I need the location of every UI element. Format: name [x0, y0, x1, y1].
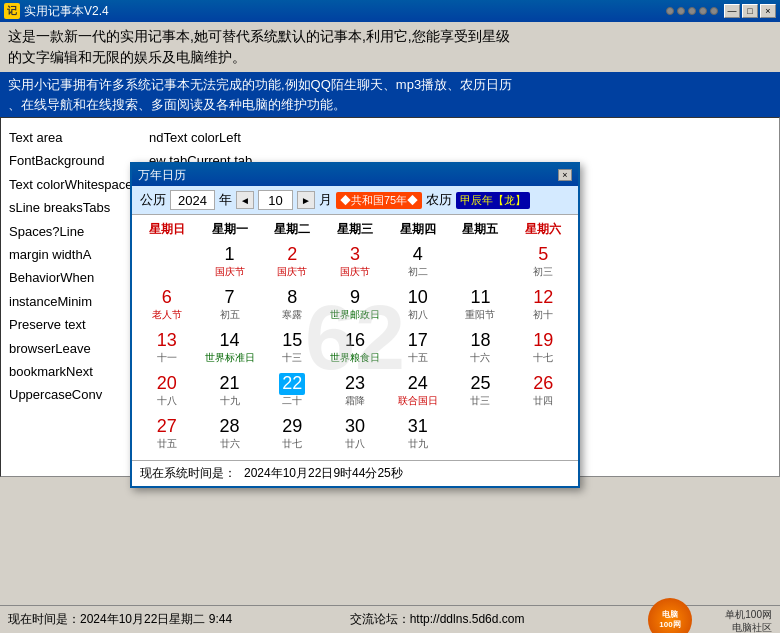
cal-day-19[interactable]: 19 十七 [512, 328, 574, 370]
year-label: 年 [219, 191, 232, 209]
calendar-grid-wrapper: 62 星期日 星期一 星期二 星期三 星期四 星期五 星期六 1 [132, 215, 578, 460]
dot-5 [710, 7, 718, 15]
maximize-button[interactable]: □ [742, 4, 758, 18]
month-input[interactable] [258, 190, 293, 210]
cal-day-empty-1b [450, 242, 512, 284]
calendar-grid: 星期日 星期一 星期二 星期三 星期四 星期五 星期六 1 国庆节 [132, 215, 578, 460]
cal-day-17[interactable]: 17 十五 [387, 328, 449, 370]
weekday-fri: 星期五 [449, 219, 512, 240]
calendar-dialog: 万年日历 × 公历 年 ◄ ► 月 ◆共和国75年◆ 农历 甲辰年【龙】 62 … [130, 162, 580, 488]
cal-day-1[interactable]: 1 国庆节 [199, 242, 261, 284]
dot-1 [666, 7, 674, 15]
app-body: 这是一款新一代的实用记事本,她可替代系统默认的记事本,利用它,您能享受到星级 的… [0, 22, 780, 633]
cal-day-21[interactable]: 21 十九 [199, 371, 261, 413]
dot-4 [699, 7, 707, 15]
calendar-header: 公历 年 ◄ ► 月 ◆共和国75年◆ 农历 甲辰年【龙】 [132, 186, 578, 215]
month-next-btn[interactable]: ► [297, 191, 315, 209]
cal-day-28[interactable]: 28 廿六 [199, 414, 261, 456]
textarea-left: Text area FontBackground Text colorWhite… [5, 122, 145, 477]
dot-2 [677, 7, 685, 15]
weekday-headers: 星期日 星期一 星期二 星期三 星期四 星期五 星期六 [136, 219, 574, 240]
weekday-mon: 星期一 [199, 219, 262, 240]
cal-day-16[interactable]: 16 世界粮食日 [324, 328, 386, 370]
weekday-tue: 星期二 [261, 219, 324, 240]
calendar-days: 1 国庆节 2 国庆节 3 国庆节 4 初二 [136, 242, 574, 456]
cal-day-11[interactable]: 11 重阳节 [450, 285, 512, 327]
cal-day-3[interactable]: 3 国庆节 [324, 242, 386, 284]
title-dots [666, 7, 718, 15]
calendar-titlebar: 万年日历 × [132, 164, 578, 186]
logo-circle: 电脑100网 [648, 598, 692, 634]
weekday-sat: 星期六 [511, 219, 574, 240]
title-bar: 记 实用记事本V2.4 — □ × [0, 0, 780, 22]
status-bar: 现在时间是：2024年10月22日星期二 9:44 交流论坛：http://dd… [0, 605, 780, 633]
intro-line2: 的文字编辑和无限的娱乐及电脑维护。 [8, 47, 772, 68]
highlight-line2: 、在线导航和在线搜索、多面阅读及各种电脑的维护功能。 [8, 95, 772, 115]
cal-day-29[interactable]: 29 廿七 [261, 414, 323, 456]
minimize-button[interactable]: — [724, 4, 740, 18]
intro-line1: 这是一款新一代的实用记事本,她可替代系统默认的记事本,利用它,您能享受到星级 [8, 26, 772, 47]
calendar-footer: 现在系统时间是： 2024年10月22日9时44分25秒 [132, 460, 578, 486]
cal-day-24[interactable]: 24 联合国日 [387, 371, 449, 413]
footer-label: 现在系统时间是： [140, 465, 236, 482]
cal-day-22[interactable]: 22 二十 [261, 371, 323, 413]
app-icon: 记 [4, 3, 20, 19]
holiday-badge: ◆共和国75年◆ [336, 192, 422, 209]
cal-day-10[interactable]: 10 初八 [387, 285, 449, 327]
close-button[interactable]: × [760, 4, 776, 18]
weekday-sun: 星期日 [136, 219, 199, 240]
dot-3 [688, 7, 696, 15]
cal-day-12[interactable]: 12 初十 [512, 285, 574, 327]
cal-day-15[interactable]: 15 十三 [261, 328, 323, 370]
cal-day-9[interactable]: 9 世界邮政日 [324, 285, 386, 327]
cal-day-20[interactable]: 20 十八 [136, 371, 198, 413]
cal-day-26[interactable]: 26 廿四 [512, 371, 574, 413]
cal-day-empty-3 [512, 414, 574, 456]
site-label: 单机100网 电脑社区 [725, 608, 772, 634]
year-input[interactable] [170, 190, 215, 210]
cal-day-7[interactable]: 7 初五 [199, 285, 261, 327]
cal-day-2[interactable]: 2 国庆节 [261, 242, 323, 284]
cal-day-23[interactable]: 23 霜降 [324, 371, 386, 413]
cal-day-4[interactable]: 4 初二 [387, 242, 449, 284]
month-prev-btn[interactable]: ◄ [236, 191, 254, 209]
cal-day-empty-2 [450, 414, 512, 456]
lunar-year-badge: 甲辰年【龙】 [456, 192, 530, 209]
calendar-close-button[interactable]: × [558, 169, 572, 181]
cal-day-5[interactable]: 5 初三 [512, 242, 574, 284]
calendar-title: 万年日历 [138, 167, 186, 184]
footer-time: 2024年10月22日9时44分25秒 [244, 465, 403, 482]
cal-day-13[interactable]: 13 十一 [136, 328, 198, 370]
cal-day-31[interactable]: 31 廿九 [387, 414, 449, 456]
status-time: 现在时间是：2024年10月22日星期二 9:44 [8, 611, 232, 628]
status-forum: 交流论坛：http://ddlns.5d6d.com [350, 611, 525, 628]
gong-li-label: 公历 [140, 191, 166, 209]
app-title: 实用记事本V2.4 [24, 3, 666, 20]
cal-day-18[interactable]: 18 十六 [450, 328, 512, 370]
cal-day-25[interactable]: 25 廿三 [450, 371, 512, 413]
cal-day-14[interactable]: 14 世界标准日 [199, 328, 261, 370]
cal-day-empty-1 [136, 242, 198, 284]
highlight-line1: 实用小记事拥有许多系统记事本无法完成的功能,例如QQ陌生聊天、mp3播放、农历日… [8, 75, 772, 95]
cal-day-30[interactable]: 30 廿八 [324, 414, 386, 456]
intro-section: 这是一款新一代的实用记事本,她可替代系统默认的记事本,利用它,您能享受到星级 的… [0, 22, 780, 72]
month-label: 月 [319, 191, 332, 209]
weekday-wed: 星期三 [324, 219, 387, 240]
cal-day-6[interactable]: 6 老人节 [136, 285, 198, 327]
cal-day-27[interactable]: 27 廿五 [136, 414, 198, 456]
highlight-bar: 实用小记事拥有许多系统记事本无法完成的功能,例如QQ陌生聊天、mp3播放、农历日… [0, 72, 780, 117]
cal-day-8[interactable]: 8 寒露 [261, 285, 323, 327]
lunar-label: 农历 [426, 191, 452, 209]
weekday-thu: 星期四 [386, 219, 449, 240]
window-controls: — □ × [724, 4, 776, 18]
